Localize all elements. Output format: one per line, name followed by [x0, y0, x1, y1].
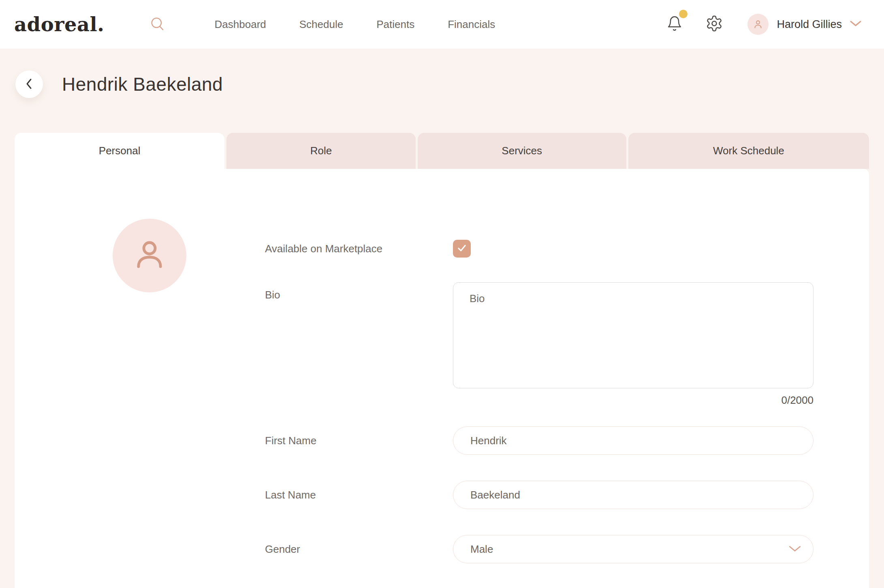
nav-item-schedule[interactable]: Schedule	[299, 18, 343, 31]
first-name-label: First Name	[265, 435, 453, 447]
page-header: Hendrik Baekeland	[15, 70, 884, 98]
app-header: adoreal. Dashboard Schedule Patients Fin…	[0, 0, 884, 49]
chevron-down-icon	[788, 543, 802, 556]
marketplace-label: Available on Marketplace	[265, 243, 453, 255]
main-nav: Dashboard Schedule Patients Financials	[215, 18, 495, 31]
notifications-button[interactable]	[666, 15, 683, 34]
bio-textarea[interactable]	[453, 282, 814, 388]
gender-value: Male	[470, 543, 493, 556]
chevron-down-icon	[849, 20, 862, 29]
nav-item-financials[interactable]: Financials	[448, 18, 495, 31]
marketplace-checkbox[interactable]	[453, 240, 471, 258]
marketplace-row: Available on Marketplace	[265, 240, 869, 258]
tab-work-schedule[interactable]: Work Schedule	[628, 133, 869, 169]
search-icon	[149, 15, 165, 33]
profile-photo-placeholder[interactable]	[113, 219, 186, 292]
gender-label: Gender	[265, 543, 453, 556]
nav-item-dashboard[interactable]: Dashboard	[215, 18, 266, 31]
check-icon	[456, 242, 468, 255]
page-title: Hendrik Baekeland	[62, 73, 223, 95]
gender-row: Gender Male	[265, 535, 869, 563]
notification-badge	[679, 10, 688, 18]
header-actions: Harold Gillies	[666, 14, 862, 35]
tab-role[interactable]: Role	[226, 133, 415, 169]
search-button[interactable]	[149, 15, 165, 33]
profile-tabs: Personal Role Services Work Schedule	[15, 133, 869, 169]
user-name: Harold Gillies	[777, 18, 842, 31]
last-name-row: Last Name	[265, 481, 869, 509]
personal-tab-panel: Available on Marketplace Bio 0/2000	[15, 169, 869, 588]
gear-icon	[705, 15, 723, 34]
bio-label: Bio	[265, 282, 453, 301]
person-icon	[130, 235, 169, 276]
tab-personal[interactable]: Personal	[15, 133, 224, 169]
bell-icon	[666, 15, 683, 34]
first-name-input[interactable]	[453, 426, 814, 455]
last-name-label: Last Name	[265, 489, 453, 501]
back-button[interactable]	[15, 70, 43, 98]
chevron-left-icon	[24, 77, 34, 92]
nav-item-patients[interactable]: Patients	[376, 18, 414, 31]
tab-services[interactable]: Services	[418, 133, 626, 169]
avatar	[747, 14, 769, 35]
last-name-input[interactable]	[453, 481, 814, 509]
bio-char-counter: 0/2000	[781, 394, 814, 407]
bio-row: Bio 0/2000	[265, 282, 869, 407]
user-menu[interactable]: Harold Gillies	[747, 14, 862, 35]
brand-logo[interactable]: adoreal.	[14, 13, 105, 36]
settings-button[interactable]	[705, 15, 723, 34]
first-name-row: First Name	[265, 426, 869, 455]
gender-select[interactable]: Male	[453, 535, 814, 563]
